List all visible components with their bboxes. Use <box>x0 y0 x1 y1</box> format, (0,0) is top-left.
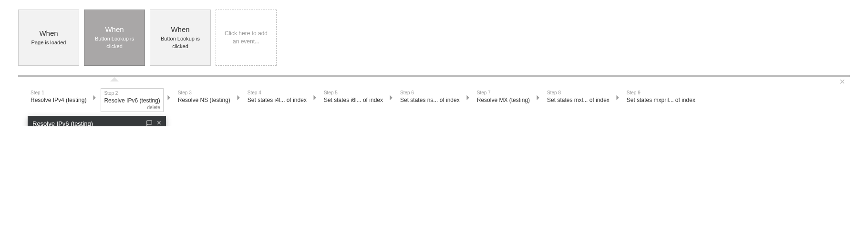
event-subtitle: Button Lookup is clicked <box>155 35 206 50</box>
step-label: Step 8 <box>547 90 610 95</box>
step-resolve-ipv4[interactable]: Step 1 Resolve IPv4 (testing) <box>28 88 89 106</box>
step-name: Set states mxl... of index <box>547 97 610 103</box>
step-name: Set states mxpril... of index <box>627 97 695 103</box>
step-set-states-mxpril[interactable]: Step 9 Set states mxpril... of index <box>624 88 698 106</box>
step-set-states-mxl[interactable]: Step 8 Set states mxl... of index <box>544 88 612 106</box>
close-icon[interactable]: × <box>157 120 161 126</box>
step-label: Step 3 <box>178 90 230 95</box>
event-card-button-lookup[interactable]: When Button Lookup is clicked <box>150 10 211 66</box>
arrow-right-icon <box>535 88 542 103</box>
step-label: Step 5 <box>324 90 383 95</box>
step-name: Resolve IPv4 (testing) <box>31 97 86 103</box>
arrow-right-icon <box>236 88 242 103</box>
property-panel: Resolve IPv6 (testing) × Domain Input Do… <box>28 116 166 126</box>
step-label: Step 6 <box>400 90 460 95</box>
steps-container: × Step 1 Resolve IPv4 (testing) Step 2 R… <box>18 75 850 117</box>
arrow-right-icon <box>312 88 319 103</box>
arrow-right-icon <box>615 88 621 103</box>
event-card-button-lookup-selected[interactable]: When Button Lookup is clicked <box>84 10 145 66</box>
panel-title: Resolve IPv6 (testing) <box>32 120 93 126</box>
arrow-right-icon <box>388 88 395 103</box>
step-name: Set states ns... of index <box>400 97 460 103</box>
arrow-right-icon <box>92 88 98 103</box>
event-title: When <box>105 25 124 33</box>
step-label: Step 7 <box>477 90 530 95</box>
step-name: Resolve NS (testing) <box>178 97 230 103</box>
comments-icon[interactable] <box>145 120 153 126</box>
arrow-right-icon <box>465 88 472 103</box>
step-label: Step 2 <box>104 91 160 96</box>
step-name: Set states i4l... of index <box>248 97 307 103</box>
event-title: When <box>39 29 58 37</box>
add-event-text: Click here to add an event... <box>221 30 271 46</box>
events-row: When Page is loaded When Button Lookup i… <box>18 10 850 66</box>
step-name: Set states i6l... of index <box>324 97 383 103</box>
step-delete[interactable]: delete <box>147 105 160 110</box>
step-name: Resolve IPv6 (testing) <box>104 97 160 104</box>
event-title: When <box>171 25 189 33</box>
step-label: Step 1 <box>31 90 86 95</box>
event-card-page-loaded[interactable]: When Page is loaded <box>18 10 79 66</box>
step-name: Resolve MX (testing) <box>477 97 530 103</box>
step-label: Step 4 <box>248 90 307 95</box>
step-set-states-ns[interactable]: Step 6 Set states ns... of index <box>397 88 463 106</box>
event-subtitle: Button Lookup is clicked <box>89 35 140 50</box>
step-resolve-mx[interactable]: Step 7 Resolve MX (testing) <box>474 88 533 106</box>
event-subtitle: Page is loaded <box>31 39 66 46</box>
arrow-right-icon <box>166 88 173 103</box>
step-set-states-i4l[interactable]: Step 4 Set states i4l... of index <box>245 88 310 106</box>
step-set-states-i6l[interactable]: Step 5 Set states i6l... of index <box>321 88 386 106</box>
add-event-card[interactable]: Click here to add an event... <box>216 10 277 66</box>
steps-bar: Step 1 Resolve IPv4 (testing) Step 2 Res… <box>18 83 850 117</box>
step-resolve-ns[interactable]: Step 3 Resolve NS (testing) <box>175 88 233 106</box>
step-resolve-ipv6[interactable]: Step 2 Resolve IPv6 (testing) delete <box>101 88 163 112</box>
step-label: Step 9 <box>627 90 695 95</box>
panel-header[interactable]: Resolve IPv6 (testing) × <box>28 116 166 126</box>
